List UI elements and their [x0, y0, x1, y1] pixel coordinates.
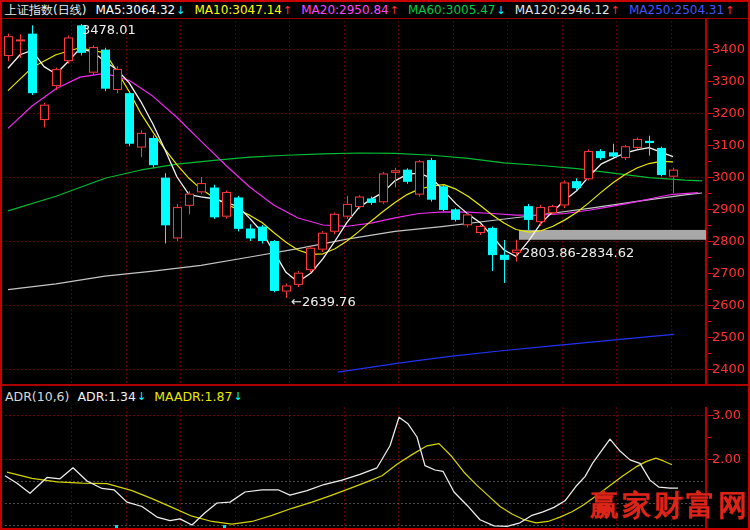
ma60-trend-arrow-icon: ↓ — [496, 4, 505, 17]
ma250-trend-arrow-icon: ↑ — [725, 4, 734, 17]
ma5-trend-arrow-icon: ↓ — [176, 4, 185, 17]
adr-axis-label: 3.00 — [712, 407, 748, 422]
ma5-readout: MA5:3064.32↓ — [95, 3, 185, 17]
ma5-value: MA5:3064.32 — [95, 3, 175, 17]
price-axis-label: 2700 — [712, 265, 748, 280]
time-axis-tick — [223, 525, 226, 528]
adr-trend-arrow-icon: ↓ — [137, 390, 146, 403]
price-axis-label: 2600 — [712, 297, 748, 312]
adr-indicator-header: ADR(10,6) ADR:1.34↓ MAADR:1.87↓ — [2, 384, 748, 407]
price-axis-label: 3400 — [712, 41, 748, 56]
price-axis-label: 3100 — [712, 137, 748, 152]
adr-axis-label: 2.00 — [712, 451, 748, 466]
index-title: 上证指数(日线) — [5, 2, 86, 19]
ma10-readout: MA10:3047.14↑ — [194, 3, 292, 17]
chart-header: 上证指数(日线) MA5:3064.32↓ MA10:3047.14↑ MA20… — [2, 2, 748, 19]
adr-readout: ADR:1.34↓ — [77, 389, 146, 404]
price-axis-label: 3200 — [712, 105, 748, 120]
ma250-value: MA250:2504.31 — [629, 3, 724, 17]
maadr-value: MAADR:1.87 — [154, 389, 232, 404]
peak-price-annotation: 3478.01 — [82, 22, 136, 37]
ma250-readout: MA250:2504.31↑ — [629, 3, 734, 17]
main-candlestick-chart[interactable] — [2, 20, 750, 384]
low-price-annotation: ←2639.76 — [291, 294, 356, 309]
price-axis-label: 3000 — [712, 169, 748, 184]
ma120-trend-arrow-icon: ↑ — [611, 4, 620, 17]
gap-range-annotation: 2803.86-2834.62 — [522, 245, 634, 260]
time-axis-tick — [115, 525, 118, 528]
adr-indicator-label: ADR(10,6) — [5, 389, 69, 404]
ma120-value: MA120:2946.12 — [515, 3, 610, 17]
ma60-readout: MA60:3005.47↓ — [408, 3, 506, 17]
ma120-readout: MA120:2946.12↑ — [515, 3, 620, 17]
maadr-trend-arrow-icon: ↓ — [233, 390, 242, 403]
ma20-value: MA20:2950.84 — [301, 3, 389, 17]
watermark: 赢家财富网 — [590, 486, 750, 526]
ma10-value: MA10:3047.14 — [194, 3, 282, 17]
price-axis-label: 3300 — [712, 73, 748, 88]
price-axis-label: 2900 — [712, 201, 748, 216]
ma60-value: MA60:3005.47 — [408, 3, 496, 17]
ma20-trend-arrow-icon: ↑ — [390, 4, 399, 17]
app-window: 上证指数(日线) MA5:3064.32↓ MA10:3047.14↑ MA20… — [0, 0, 750, 530]
ma20-readout: MA20:2950.84↑ — [301, 3, 399, 17]
price-axis-label: 2500 — [712, 329, 748, 344]
maadr-readout: MAADR:1.87↓ — [154, 389, 242, 404]
price-axis-label: 2800 — [712, 233, 748, 248]
ma10-trend-arrow-icon: ↑ — [283, 4, 292, 17]
price-axis-label: 2400 — [712, 361, 748, 376]
adr-value: ADR:1.34 — [77, 389, 136, 404]
